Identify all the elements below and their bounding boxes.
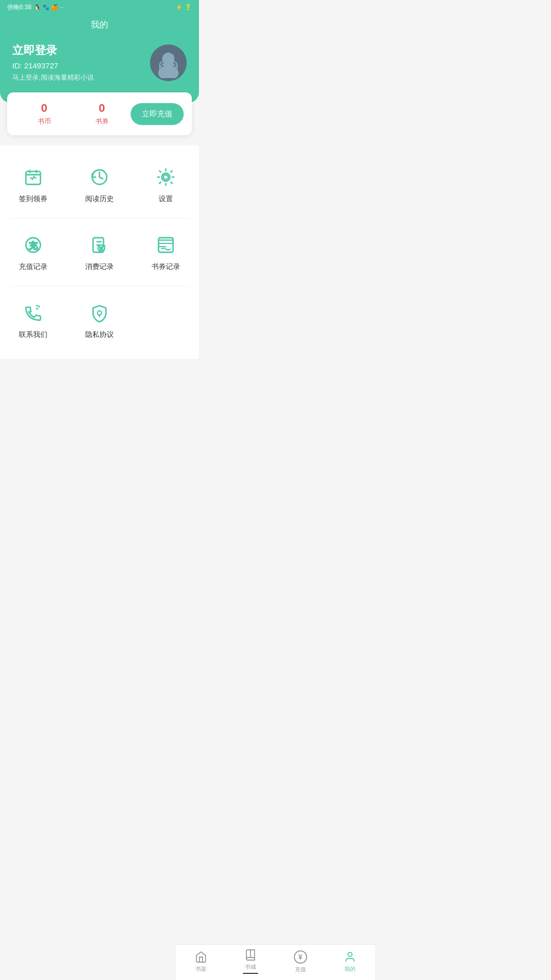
spacer [0,359,199,400]
menu-item-voucher-record[interactable]: 书券记录 [133,224,199,281]
book-voucher-stat: 0 书券 [73,102,131,126]
page-title: 我的 [91,20,108,30]
recharge-record-label: 充值记录 [19,262,47,272]
settings-label: 设置 [159,194,173,204]
contact-label: 联系我们 [19,330,47,339]
svg-point-1 [158,66,179,78]
svg-point-0 [162,53,174,65]
spend-record-label: 消费记录 [85,262,114,272]
page-header: 我的 [0,15,199,38]
status-left: 傍晚6:38 🐧 🐾 🍊 ··· [7,3,65,12]
menu-grid-row2: 充 充值记录 ¥ ¥ 消费记录 [0,218,199,286]
voucher-record-label: 书券记录 [152,262,180,272]
privacy-icon [87,301,112,325]
avatar[interactable]: ⛂ [150,44,187,81]
settings-icon [154,165,178,189]
menu-item-privacy[interactable]: 隐私协议 [66,291,133,349]
login-prompt[interactable]: 立即登录 [12,43,94,58]
profile-info: 立即登录 ID: 21493727 马上登录,阅读海量精彩小说 [12,43,94,82]
voucher-record-icon [154,233,178,257]
status-right: ⚡ 🔋 [176,4,192,11]
book-coin-label: 书币 [15,117,73,126]
history-icon [87,165,112,189]
notification-icons: 🐧 🐾 🍊 ··· [34,4,64,11]
user-id: ID: 21493727 [12,61,94,70]
book-coin-value: 0 [15,102,73,115]
menu-item-contact[interactable]: 联系我们 [0,291,66,349]
menu-item-spend-record[interactable]: ¥ ¥ 消费记录 [66,224,133,281]
book-voucher-value: 0 [73,102,131,115]
menu-grid-row3: 联系我们 隐私协议 [0,286,199,354]
contact-icon [21,301,45,325]
menu-grid-row1: 签到领券 阅读历史 设置 [0,151,199,218]
empty-cell [133,291,199,349]
svg-text:充: 充 [29,240,38,251]
recharge-button[interactable]: 立即充值 [131,103,184,125]
svg-text:¥: ¥ [99,246,103,251]
recharge-record-icon: 充 [21,233,45,257]
privacy-label: 隐私协议 [85,330,114,339]
spend-record-icon: ¥ ¥ [87,233,112,257]
svg-point-13 [97,311,102,315]
menu-section: 签到领券 阅读历史 设置 [0,145,199,359]
status-time: 傍晚6:38 [7,3,31,12]
svg-point-4 [163,175,168,180]
menu-item-history[interactable]: 阅读历史 [66,156,133,213]
menu-item-settings[interactable]: 设置 [133,156,199,213]
book-voucher-label: 书券 [73,117,131,126]
checkin-icon [21,165,45,189]
profile-desc: 马上登录,阅读海量精彩小说 [12,73,94,82]
bluetooth-icon: ⚡ [176,4,183,11]
stats-card: 0 书币 0 书券 立即充值 [7,92,192,135]
history-label: 阅读历史 [85,194,114,204]
menu-item-checkin[interactable]: 签到领券 [0,156,66,213]
signal-icon: 🔋 [185,4,192,11]
book-coin-stat: 0 书币 [15,102,73,126]
menu-item-recharge-record[interactable]: 充 充值记录 [0,224,66,281]
checkin-label: 签到领券 [19,194,47,204]
status-bar: 傍晚6:38 🐧 🐾 🍊 ··· ⚡ 🔋 [0,0,199,15]
